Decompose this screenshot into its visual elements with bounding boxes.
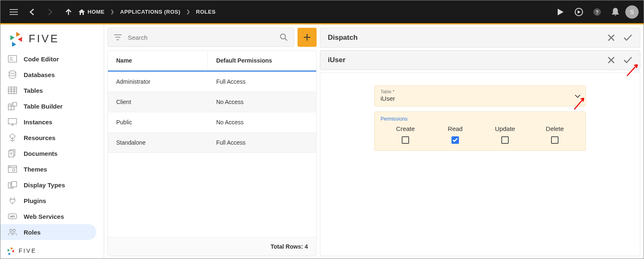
svg-rect-11 (8, 166, 17, 172)
chevron-down-icon[interactable] (575, 94, 581, 98)
sidebar-footer-logo: FIVE (0, 242, 104, 259)
checkbox-read[interactable] (451, 136, 459, 144)
svg-point-18 (13, 229, 15, 232)
svg-text:?: ? (595, 9, 599, 15)
sidebar-item-label: Resources (24, 134, 56, 141)
svg-rect-14 (12, 182, 17, 187)
sidebar-item-label: Roles (24, 229, 41, 236)
deploy-icon[interactable] (571, 4, 587, 20)
sidebar-item-databases[interactable]: Databases (0, 67, 96, 82)
permission-label: Delete (546, 125, 564, 132)
run-icon[interactable] (552, 4, 569, 20)
display-types-icon (7, 180, 18, 189)
chevron-right-icon: ❯ (183, 9, 194, 15)
permissions-legend: Permissions (381, 116, 580, 122)
help-icon[interactable]: ? (589, 4, 605, 20)
sidebar-item-tools[interactable]: Tools (0, 240, 96, 242)
sidebar-item-roles[interactable]: Roles (0, 224, 96, 240)
cell-name: Client (108, 92, 208, 112)
sidebar: FIVE Code EditorDatabasesTablesTable Bui… (0, 24, 104, 259)
menu-icon[interactable] (5, 4, 22, 20)
table-row[interactable]: PublicNo Access (108, 112, 316, 133)
checkbox-create[interactable] (402, 136, 409, 144)
resources-icon (7, 133, 18, 142)
permissions-fieldset: Permissions CreateReadUpdateDelete (374, 111, 586, 151)
cell-name: Public (108, 112, 208, 132)
sidebar-item-themes[interactable]: Themes (0, 161, 96, 177)
cell-perm: No Access (208, 112, 316, 132)
table-row[interactable]: ClientNo Access (108, 92, 316, 112)
instances-icon (7, 117, 18, 126)
table-row[interactable]: AdministratorFull Access (108, 72, 316, 92)
five-logo-icon (6, 246, 15, 255)
sidebar-item-label: Instances (24, 119, 52, 126)
back-icon[interactable] (24, 4, 40, 20)
svg-rect-5 (8, 87, 17, 94)
svg-rect-3 (8, 56, 17, 62)
roles-icon (7, 228, 18, 237)
svg-rect-7 (13, 102, 17, 106)
breadcrumb-apps[interactable]: APPLICATIONS (ROS) (120, 9, 181, 15)
sidebar-item-label: Web Services (24, 213, 64, 220)
permission-label: Create (396, 125, 415, 132)
sidebar-item-code-editor[interactable]: Code Editor (0, 51, 96, 67)
avatar-initial: S (630, 9, 634, 15)
sidebar-item-display-types[interactable]: Display Types (0, 177, 96, 193)
cell-perm: Full Access (208, 133, 316, 152)
search-icon[interactable] (277, 31, 290, 44)
notifications-icon[interactable] (607, 4, 624, 20)
filter-icon[interactable] (111, 31, 124, 44)
close-icon[interactable] (603, 52, 619, 68)
themes-icon (7, 165, 18, 174)
sidebar-item-label: Themes (24, 166, 47, 173)
table-row[interactable]: StandaloneFull Access (108, 133, 316, 153)
up-icon[interactable] (60, 4, 77, 20)
svg-text:API: API (10, 215, 15, 218)
breadcrumb-home[interactable]: HOME (78, 9, 105, 15)
column-header-perm[interactable]: Default Permissions (208, 51, 316, 70)
database-icon (7, 70, 18, 79)
table-select-field[interactable]: Table * iUser (374, 85, 586, 107)
confirm-icon[interactable] (620, 30, 636, 46)
sidebar-item-label: Databases (24, 71, 55, 78)
checkbox-delete[interactable] (551, 136, 559, 144)
checkbox-update[interactable] (501, 136, 509, 144)
svg-point-17 (10, 229, 12, 232)
permission-delete: Delete (530, 125, 580, 144)
breadcrumb-roles[interactable]: ROLES (196, 9, 215, 15)
sidebar-item-web-services[interactable]: APIWeb Services (0, 208, 96, 224)
sidebar-item-instances[interactable]: Instances (0, 114, 96, 130)
center-column: Name Default Permissions AdministratorFu… (104, 24, 320, 259)
table-footer: Total Rows: 4 (108, 237, 316, 256)
cell-perm: Full Access (208, 72, 316, 92)
five-logo-icon (8, 30, 24, 47)
sidebar-item-table-builder[interactable]: Table Builder (0, 98, 96, 114)
sidebar-item-documents[interactable]: Documents (0, 145, 96, 161)
add-button[interactable] (298, 28, 317, 47)
confirm-icon[interactable] (620, 52, 636, 68)
brand-name: FIVE (29, 32, 59, 45)
search-box (107, 28, 294, 47)
roles-table: Name Default Permissions AdministratorFu… (107, 50, 317, 256)
avatar[interactable]: S (625, 5, 639, 19)
sidebar-item-label: Documents (24, 150, 58, 157)
permission-create: Create (381, 125, 430, 144)
tables-icon (7, 86, 18, 95)
permission-read: Read (430, 125, 480, 144)
brand-name: FIVE (19, 247, 37, 254)
close-icon[interactable] (603, 30, 619, 46)
permission-label: Read (448, 125, 463, 132)
cell-perm: No Access (208, 92, 316, 112)
right-column: Dispatch iUser (320, 24, 644, 259)
sidebar-item-resources[interactable]: Resources (0, 130, 96, 145)
sidebar-item-tables[interactable]: Tables (0, 82, 96, 98)
forward-icon (42, 4, 59, 20)
breadcrumb-label: ROLES (196, 9, 215, 15)
permission-label: Update (495, 125, 515, 132)
table-builder-icon (7, 102, 18, 111)
search-input[interactable] (124, 34, 277, 41)
svg-rect-8 (8, 119, 17, 124)
home-icon (78, 9, 85, 15)
column-header-name[interactable]: Name (108, 51, 208, 70)
sidebar-item-plugins[interactable]: Plugins (0, 193, 96, 208)
